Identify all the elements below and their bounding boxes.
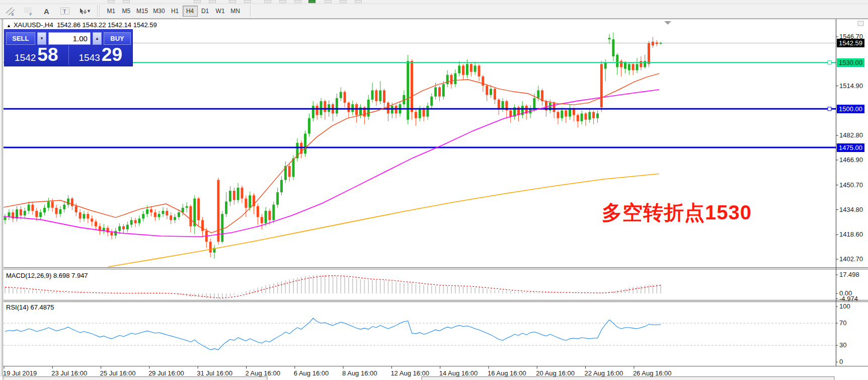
svg-text:A: A <box>44 7 49 16</box>
macd-histogram <box>5 275 661 299</box>
line-handle[interactable] <box>828 61 831 64</box>
timeframe-button-M15[interactable]: M15 <box>134 6 150 17</box>
text-box-icon[interactable]: T <box>58 5 71 17</box>
mt4-window: EFAT ▼ M1M5M15M30H1H4D1W1MN ▲XAUUSD-,H4 … <box>0 0 868 380</box>
drawing-tools-group: EFAT <box>0 5 90 17</box>
svg-text:F: F <box>30 13 32 16</box>
timeframe-button-M5[interactable]: M5 <box>119 6 134 17</box>
timeframe-buttons-group: M1M5M15M30H1H4D1W1MN <box>104 6 243 17</box>
symbol-info: ▲XAUUSD-,H4 1542.86 1543.22 1542.14 1542… <box>7 21 157 29</box>
line-handle[interactable] <box>828 107 831 111</box>
volume-increase-button[interactable]: ▲ <box>93 32 102 45</box>
timeframe-button-W1[interactable]: W1 <box>213 6 228 17</box>
time-axis[interactable] <box>0 366 836 377</box>
timeframe-button-MN[interactable]: MN <box>228 6 243 17</box>
timeframe-button-M1[interactable]: M1 <box>104 6 119 17</box>
timeframe-button-D1[interactable]: D1 <box>198 6 213 17</box>
dropdown-caret-icon[interactable]: ▼ <box>87 9 91 14</box>
volume-decrease-button[interactable]: ▼ <box>37 32 46 45</box>
scroll-marker-icon[interactable] <box>664 21 671 25</box>
ma-fast-line <box>4 73 659 233</box>
buy-price-display[interactable]: 1543 29 <box>69 46 133 65</box>
main-toolbar: EFAT ▼ M1M5M15M30H1H4D1W1MN <box>0 4 868 19</box>
sell-button[interactable]: SELL <box>6 32 35 45</box>
timeframe-button-M30[interactable]: M30 <box>150 6 167 17</box>
svg-text:T: T <box>63 9 66 15</box>
timeframe-button-H4[interactable]: H4 <box>183 6 198 17</box>
text-label-icon[interactable]: A <box>40 5 53 17</box>
sell-price-display[interactable]: 1542 58 <box>5 46 69 65</box>
rsi-indicator-label: RSI(14) 67.4875 <box>6 303 54 311</box>
svg-text:E: E <box>12 13 14 16</box>
background-toolbar-strip <box>0 0 868 4</box>
toolbar-drag-handle[interactable] <box>97 6 100 17</box>
volume-input[interactable] <box>48 32 91 45</box>
macd-indicator-label: MACD(12,26,9) 8.698 7.947 <box>6 272 88 279</box>
price-axis[interactable] <box>836 19 868 366</box>
fibonacci-icon[interactable]: F <box>22 5 35 17</box>
chart-annotation: 多空转折点1530 <box>602 199 752 226</box>
collapse-triangle-icon[interactable]: ▲ <box>7 23 11 28</box>
timeframe-button-H1[interactable]: H1 <box>168 6 183 17</box>
chart-window: ▲XAUUSD-,H4 1542.86 1543.22 1542.14 1542… <box>0 19 868 380</box>
buy-button[interactable]: BUY <box>104 32 131 45</box>
toolbar-separator <box>250 5 251 17</box>
one-click-trading-panel: SELL ▼ ▲ BUY 1542 58 1543 29 <box>4 29 133 66</box>
equidistant-channel-icon[interactable]: E <box>4 5 17 17</box>
